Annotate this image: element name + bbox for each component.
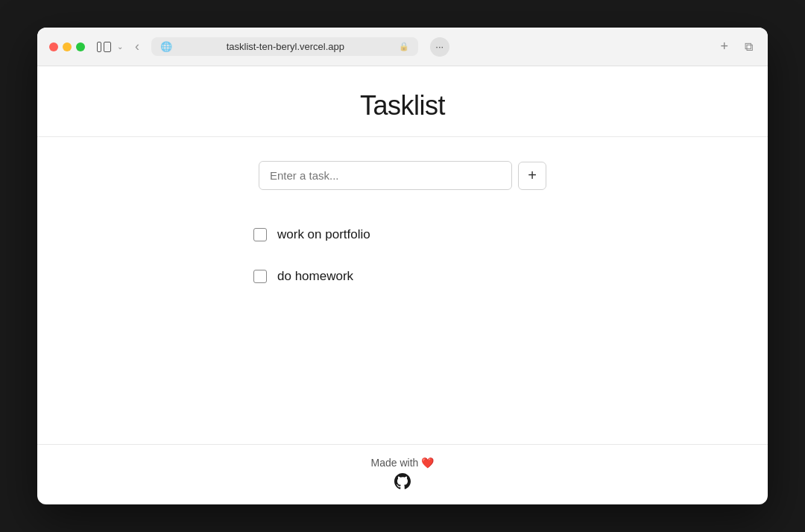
minimize-button[interactable]: [63, 42, 72, 51]
task-item: do homework: [253, 256, 552, 297]
title-bar: ⌄ ‹ 🌐 tasklist-ten-beryl.vercel.app 🔒 ··…: [37, 28, 768, 66]
browser-controls: ⌄: [97, 42, 123, 52]
task-checkbox-1[interactable]: [253, 228, 267, 241]
lock-icon: 🔒: [399, 42, 409, 51]
address-bar[interactable]: 🌐 tasklist-ten-beryl.vercel.app 🔒: [151, 37, 418, 56]
sidebar-panel-left-icon: [97, 42, 101, 52]
page-body: + work on portfolio do homework: [37, 137, 768, 444]
globe-icon: 🌐: [160, 41, 172, 52]
task-checkbox-2[interactable]: [253, 270, 267, 283]
task-label-2: do homework: [277, 269, 353, 284]
heart-icon: ❤️: [421, 457, 434, 469]
more-button[interactable]: ···: [430, 37, 449, 57]
task-input-row: +: [259, 161, 546, 190]
page-title: Tasklist: [37, 90, 768, 121]
page-content: Tasklist + work on portfolio do homework: [37, 66, 768, 504]
page-footer: Made with ❤️: [37, 444, 768, 504]
page-header: Tasklist: [37, 66, 768, 137]
new-tab-button[interactable]: +: [716, 37, 733, 56]
maximize-button[interactable]: [76, 42, 85, 51]
traffic-lights: [49, 42, 85, 51]
task-input[interactable]: [259, 161, 512, 190]
browser-window: ⌄ ‹ 🌐 tasklist-ten-beryl.vercel.app 🔒 ··…: [37, 28, 768, 504]
footer-text: Made with ❤️: [371, 457, 435, 469]
sidebar-toggle[interactable]: [97, 42, 111, 52]
tabs-button[interactable]: ⧉: [742, 39, 756, 55]
address-text: tasklist-ten-beryl.vercel.app: [177, 41, 394, 52]
close-button[interactable]: [49, 42, 58, 51]
add-task-button[interactable]: +: [518, 162, 546, 190]
task-list: work on portfolio do homework: [253, 214, 552, 297]
made-with-text: Made with: [371, 457, 419, 469]
task-label-1: work on portfolio: [277, 227, 370, 242]
github-icon[interactable]: [394, 473, 411, 493]
back-button[interactable]: ‹: [132, 37, 142, 56]
task-item: work on portfolio: [253, 214, 552, 256]
sidebar-panel-right-icon: [104, 42, 111, 52]
chevron-down-icon[interactable]: ⌄: [117, 42, 123, 51]
